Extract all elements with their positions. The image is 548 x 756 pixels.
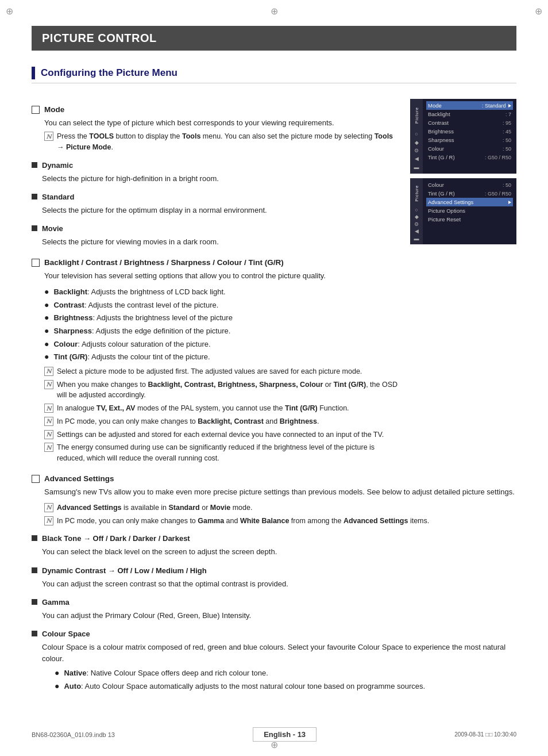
tv-icon-2-5: ◀ — [412, 228, 420, 235]
bullet-colour: ● Colour: Adjusts colour saturation of t… — [44, 339, 399, 350]
tv2-row-picture-reset: Picture Reset — [426, 215, 513, 224]
tv2-row-colour: Colour: 50 — [426, 181, 513, 189]
tv-icon-1-5: ◀ — [412, 155, 420, 163]
backlight-note-2: ℕ When you make changes to Backlight, Co… — [32, 379, 399, 401]
dynamic-contrast-desc: You can adjust the screen contrast so th… — [32, 578, 516, 590]
tv-row-contrast: Contrast: 95 — [426, 118, 513, 127]
main-text: Mode You can select the type of picture … — [32, 96, 399, 466]
tv-icon-2-6: ▬ — [412, 235, 420, 242]
gamma-bullet — [32, 599, 37, 605]
mode-section-title: Mode — [32, 105, 399, 114]
standard-desc: Selects the picture for the optimum disp… — [32, 205, 399, 216]
note-icon-mode: ℕ — [44, 132, 53, 141]
backlight-title-text: Backlight / Contrast / Brightness / Shar… — [44, 258, 284, 267]
advanced-note-1: ℕ Advanced Settings is available in Stan… — [32, 502, 516, 513]
movie-bullet — [32, 225, 37, 231]
dynamic-item: Dynamic — [32, 161, 399, 170]
dynamic-contrast-bullet — [32, 567, 37, 573]
crosshair-tr: ⊕ — [535, 6, 542, 17]
dynamic-contrast-item: Dynamic Contrast → Off / Low / Medium / … — [32, 566, 516, 575]
tv-screen1-menu: Mode : Standard Backlight: 7 Contrast: 9… — [423, 99, 516, 164]
tv-row-brightness: Brightness: 45 — [426, 127, 513, 136]
advanced-checkbox — [32, 475, 40, 483]
content-area: Mode You can select the type of picture … — [32, 96, 516, 466]
colour-space-desc: Colour Space is a colour matrix composed… — [32, 642, 516, 692]
colour-space-bullet — [32, 631, 37, 636]
colour-space-item: Colour Space — [32, 630, 516, 638]
colour-space-bullets: ● Native: Native Colour Space offers dee… — [42, 667, 516, 692]
advanced-section-title: Advanced Settings — [32, 474, 516, 483]
bullet-tint: ● Tint (G/R): Adjusts the colour tint of… — [44, 351, 399, 363]
note-icon-4: ℕ — [44, 417, 53, 426]
backlight-bullets: ● Backlight: Adjusts the brightness of L… — [32, 286, 399, 363]
black-tone-item: Black Tone → Off / Dark / Darker / Darke… — [32, 534, 516, 543]
backlight-note-1: ℕ Select a picture mode to be adjusted f… — [32, 366, 399, 377]
bullet-contrast: ● Contrast: Adjusts the contrast level o… — [44, 300, 399, 311]
note-icon-6: ℕ — [44, 443, 53, 452]
crosshair-tc: ⊕ — [271, 6, 278, 17]
tv2-row-advanced: Advanced Settings — [426, 198, 513, 206]
tv-icon-1-6: ▬ — [412, 163, 420, 171]
footer-left: BN68-02360A_01I.09.indb 13 — [32, 731, 115, 738]
note-icon-adv-1: ℕ — [44, 503, 53, 512]
black-tone-bullet — [32, 535, 37, 541]
footer-right: 2009-08-31 □□ 10:30:40 — [454, 731, 516, 738]
page-title: PICTURE CONTROL — [32, 26, 516, 51]
standard-bullet — [32, 194, 37, 199]
advanced-note-2: ℕ In PC mode, you can only make changes … — [32, 516, 516, 527]
movie-item: Movie — [32, 224, 399, 233]
mode-body: You can select the type of picture which… — [32, 117, 399, 153]
backlight-note-6: ℕ The energy consumed during use can be … — [32, 442, 399, 464]
page-footer: BN68-02360A_01I.09.indb 13 English - 13 … — [0, 727, 548, 742]
black-tone-desc: You can select the black level on the sc… — [32, 546, 516, 558]
mode-note: ℕ Press the TOOLS button to display the … — [44, 131, 399, 153]
gamma-desc: You can adjust the Primary Colour (Red, … — [32, 610, 516, 621]
advanced-title-text: Advanced Settings — [44, 474, 114, 483]
tv-screen1-sidebar: Picture ○ ◆ ⚙ ◀ ▬ — [410, 99, 423, 174]
bullet-backlight: ● Backlight: Adjusts the brightness of L… — [44, 286, 399, 298]
mode-checkbox — [32, 106, 40, 114]
backlight-section-title: Backlight / Contrast / Brightness / Shar… — [32, 258, 399, 267]
note-icon-2: ℕ — [44, 380, 53, 389]
tv-row-backlight: Backlight: 7 — [426, 110, 513, 118]
tv-screen2-sidebar: Picture ○ ◆ ⚙ ◀ ▬ — [410, 178, 423, 244]
bullet-sharpness: ● Sharpness: Adjusts the edge definition… — [44, 325, 399, 337]
tv-row-sharpness: Sharpness: 50 — [426, 136, 513, 144]
backlight-note-4: ℕ In PC mode, you can only make changes … — [32, 416, 399, 427]
backlight-note-text-3: In analogue TV, Ext., AV modes of the PA… — [57, 403, 349, 414]
section-heading-text: Configuring the Picture Menu — [41, 67, 177, 79]
dynamic-desc: Selects the picture for high-definition … — [32, 173, 399, 185]
backlight-note-5: ℕ Settings can be adjusted and stored fo… — [32, 429, 399, 440]
backlight-note-text-5: Settings can be adjusted and stored for … — [57, 429, 384, 440]
backlight-note-3: ℕ In analogue TV, Ext., AV modes of the … — [32, 403, 399, 414]
dynamic-bullet — [32, 162, 37, 168]
backlight-checkbox — [32, 259, 40, 267]
tv-icon-picture2: Picture — [412, 181, 420, 206]
mode-note-text: Press the TOOLS button to display the To… — [57, 131, 399, 153]
bullet-native: ● Native: Native Colour Space offers dee… — [55, 667, 516, 679]
note-icon-5: ℕ — [44, 430, 53, 439]
gamma-item: Gamma — [32, 598, 516, 607]
advanced-note-text-1: Advanced Settings is available in Standa… — [57, 502, 252, 513]
tv-screen2-menu: Colour: 50 Tint (G / R): G50 / R50 Advan… — [423, 178, 516, 226]
advanced-section: Advanced Settings Samsung's new TVs allo… — [32, 474, 516, 692]
tv-icon-1-2: ○ — [412, 130, 420, 138]
section-heading: Configuring the Picture Menu — [32, 67, 516, 83]
backlight-note-text-2: When you make changes to Backlight, Cont… — [57, 379, 399, 401]
bullet-auto: ● Auto: Auto Colour Space automatically … — [55, 681, 516, 692]
tv-icon-1-4: ⚙ — [412, 147, 420, 155]
bullet-brightness: ● Brightness: Adjusts the brightness lev… — [44, 312, 399, 324]
tv-screen-2: Picture ○ ◆ ⚙ ◀ ▬ Colour: 50 Tint (G / R… — [410, 178, 516, 244]
standard-item: Standard — [32, 193, 399, 201]
footer-center: English - 13 — [253, 727, 317, 742]
tv-screen-1: Picture ○ ◆ ⚙ ◀ ▬ Mode : Standard Backli… — [410, 99, 516, 174]
tv-screenshots: Picture ○ ◆ ⚙ ◀ ▬ Mode : Standard Backli… — [410, 99, 516, 466]
crosshair-tl: ⊕ — [6, 6, 13, 17]
advanced-body: Samsung's new TVs allow you to make even… — [32, 486, 516, 498]
backlight-note-text-1: Select a picture mode to be adjusted fir… — [57, 366, 362, 377]
section-heading-bar — [32, 67, 35, 79]
tv-icon-picture1: Picture — [412, 101, 420, 130]
tv-icon-2-2: ○ — [412, 206, 420, 213]
tv-icon-2-4: ⚙ — [412, 221, 420, 228]
note-icon-adv-2: ℕ — [44, 516, 53, 525]
